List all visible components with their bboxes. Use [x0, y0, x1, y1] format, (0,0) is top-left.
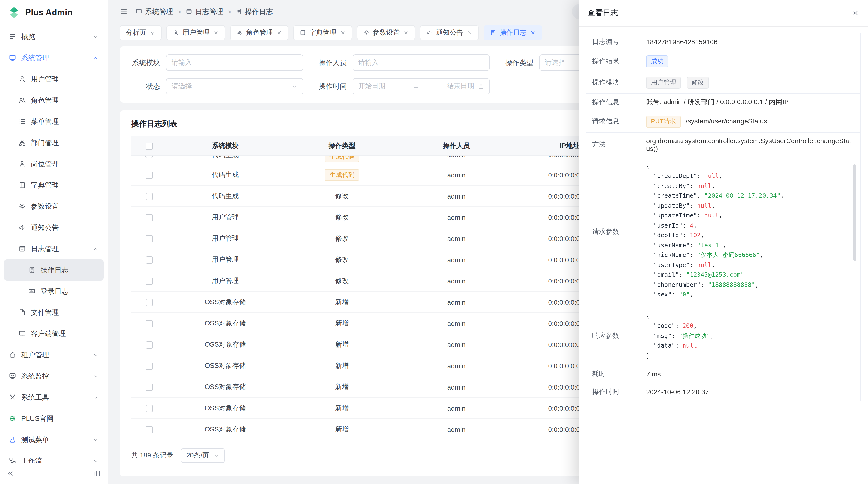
- cell-operator: admin: [447, 156, 466, 159]
- close-icon[interactable]: [851, 9, 859, 17]
- detail-label: 请求参数: [586, 157, 640, 306]
- tab-role[interactable]: 角色管理: [230, 25, 288, 40]
- sidebar-item-client[interactable]: 客户端管理: [4, 323, 104, 344]
- tab-close-icon[interactable]: [276, 30, 282, 36]
- row-checkbox[interactable]: [145, 299, 153, 306]
- tab-close-icon[interactable]: [213, 30, 219, 36]
- row-checkbox[interactable]: [145, 235, 153, 243]
- row-checkbox[interactable]: [145, 278, 153, 285]
- sidebar-item-file[interactable]: 文件管理: [4, 302, 104, 323]
- tab-close-icon[interactable]: [467, 30, 472, 36]
- row-checkbox[interactable]: [145, 362, 153, 370]
- action-badge: 修改: [335, 213, 349, 222]
- cell-module: 代码生成: [212, 156, 239, 160]
- sidebar-item-dict[interactable]: 字典管理: [4, 174, 104, 196]
- sidebar-item-tenant[interactable]: 租户管理: [4, 344, 104, 365]
- module-input[interactable]: 请输入: [166, 55, 303, 71]
- sidebar-item-post[interactable]: 岗位管理: [4, 153, 104, 174]
- cell-operator: admin: [401, 164, 513, 185]
- hamburger-icon[interactable]: [120, 7, 128, 16]
- menu-label: 岗位管理: [31, 159, 59, 168]
- row-checkbox[interactable]: [145, 193, 153, 200]
- menu-label: 文件管理: [31, 308, 59, 317]
- tab-label: 参数设置: [373, 28, 400, 37]
- breadcrumb-icon: [135, 8, 142, 15]
- collapse-sidebar-icon[interactable]: [7, 470, 14, 477]
- sidebar-item-overview[interactable]: 概览: [4, 26, 104, 47]
- tab-config[interactable]: 参数设置: [356, 25, 415, 40]
- filter-label-status: 状态: [131, 82, 160, 91]
- sidebar-item-role[interactable]: 角色管理: [4, 90, 104, 111]
- sidebar-item-config[interactable]: 参数设置: [4, 196, 104, 217]
- sidebar-item-log[interactable]: 日志管理: [4, 238, 104, 259]
- scrollbar-thumb[interactable]: [853, 164, 857, 261]
- chevron-icon: [93, 458, 99, 463]
- detail-row: 请求参数 { "createDept": null, "createBy": n…: [586, 157, 861, 306]
- select-all-checkbox[interactable]: [145, 143, 153, 150]
- chevron-down-icon: [213, 453, 219, 458]
- sidebar-item-notice[interactable]: 通知公告: [4, 217, 104, 238]
- sidebar-item-test-menu[interactable]: 测试菜单: [4, 429, 104, 450]
- chevron-icon: [93, 246, 99, 252]
- sidebar-item-operlog[interactable]: 操作日志: [4, 259, 104, 281]
- sidebar-item-system[interactable]: 系统管理: [4, 47, 104, 68]
- cell-operator: admin: [401, 185, 513, 206]
- request-url: /system/user/changeStatus: [686, 117, 767, 125]
- status-select[interactable]: 请选择: [166, 78, 303, 95]
- sidebar-item-user[interactable]: 用户管理: [4, 68, 104, 90]
- cell-operator: admin: [401, 313, 513, 334]
- menu-label: 日志管理: [31, 244, 59, 253]
- row-checkbox[interactable]: [145, 341, 153, 349]
- end-date-placeholder: 结束日期: [447, 82, 474, 91]
- breadcrumb-item-system[interactable]: 系统管理: [135, 7, 173, 16]
- tab-dict[interactable]: 字典管理: [293, 25, 352, 40]
- cell-operator: admin: [401, 270, 513, 291]
- sidebar-item-plus-site[interactable]: PLUS官网: [4, 408, 104, 429]
- row-checkbox[interactable]: [145, 426, 153, 433]
- menu-label: 通知公告: [31, 223, 59, 232]
- row-checkbox[interactable]: [145, 405, 153, 412]
- dock-toggle-icon[interactable]: [94, 470, 101, 477]
- row-checkbox[interactable]: [145, 214, 153, 221]
- module-badge: 用户管理: [646, 77, 681, 89]
- brand: Plus Admin: [0, 0, 107, 25]
- detail-row: 操作结果 成功: [586, 51, 861, 72]
- sidebar-item-monitor[interactable]: 系统监控: [4, 365, 104, 387]
- tab-icon: [300, 30, 306, 36]
- sidebar-item-menu[interactable]: 菜单管理: [4, 111, 104, 132]
- operator-input[interactable]: 请输入: [352, 55, 490, 71]
- row-checkbox[interactable]: [145, 320, 153, 327]
- tab-close-icon[interactable]: [530, 30, 536, 36]
- sidebar-item-loginlog[interactable]: 登录日志: [4, 281, 104, 302]
- sidebar-item-dept[interactable]: 部门管理: [4, 132, 104, 153]
- sidebar-item-workflow[interactable]: 工作流: [4, 450, 104, 463]
- tab-close-icon[interactable]: [340, 30, 345, 36]
- tab-close-icon[interactable]: [403, 30, 409, 36]
- tab-analysis[interactable]: 分析页: [120, 25, 161, 40]
- tab-operlog[interactable]: 操作日志: [484, 25, 542, 40]
- breadcrumb-item-log[interactable]: 日志管理: [185, 7, 223, 16]
- tab-notice[interactable]: 通知公告: [420, 25, 478, 40]
- chevron-icon: [93, 373, 99, 379]
- cell-module: 代码生成: [167, 185, 283, 206]
- row-checkbox[interactable]: [145, 156, 153, 158]
- menu-icon: [9, 393, 17, 401]
- request-params-json[interactable]: { "createDept": null, "createBy": null, …: [646, 161, 855, 302]
- menu-icon: [28, 266, 36, 274]
- brand-name: Plus Admin: [25, 7, 72, 18]
- action-badge: 修改: [335, 192, 349, 200]
- menu-label: 操作日志: [40, 265, 68, 275]
- row-checkbox[interactable]: [145, 384, 153, 391]
- page-size-select[interactable]: 20条/页: [181, 448, 224, 463]
- detail-label: 操作时间: [586, 383, 640, 401]
- breadcrumb-item-operlog[interactable]: 操作日志: [235, 7, 273, 16]
- sidebar: Plus Admin 概览 系统管理 用户管理: [0, 0, 108, 484]
- sidebar-item-tools[interactable]: 系统工具: [4, 387, 104, 408]
- tab-user[interactable]: 用户管理: [166, 25, 225, 40]
- menu-icon: [18, 224, 26, 231]
- tab-icon: [426, 30, 433, 36]
- row-checkbox[interactable]: [145, 172, 153, 179]
- daterange-picker[interactable]: 开始日期 → 结束日期: [352, 78, 490, 95]
- row-checkbox[interactable]: [145, 256, 153, 264]
- column-header: 系统模块: [167, 136, 283, 156]
